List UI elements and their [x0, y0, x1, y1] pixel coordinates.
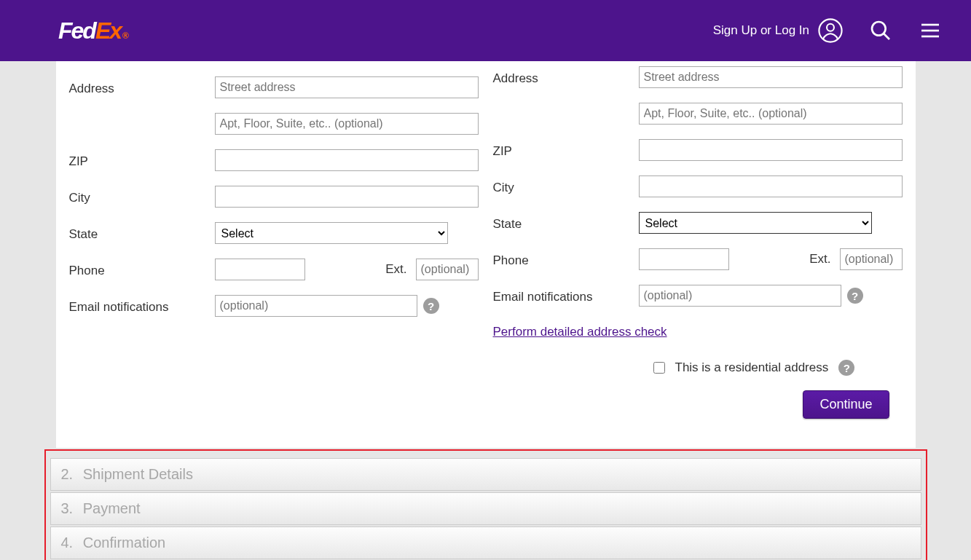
from-phone-input[interactable] — [215, 259, 305, 280]
to-city-input[interactable] — [639, 176, 903, 197]
hamburger-menu-icon[interactable] — [919, 19, 942, 42]
to-ext-label: Ext. — [809, 252, 830, 267]
to-email-label: Email notifications — [493, 287, 639, 304]
step-payment[interactable]: 3. Payment — [50, 492, 921, 525]
signin-label: Sign Up or Log In — [713, 23, 809, 38]
to-street-input[interactable] — [639, 66, 903, 88]
help-icon[interactable]: ? — [423, 298, 439, 314]
help-icon[interactable]: ? — [838, 360, 854, 376]
continue-button[interactable]: Continue — [803, 390, 889, 419]
to-zip-label: ZIP — [493, 141, 639, 159]
svg-line-3 — [884, 33, 889, 39]
shipping-form-card: Address ZIP City — [56, 61, 916, 448]
step-shipment-details[interactable]: 2. Shipment Details — [50, 458, 921, 491]
from-phone-label: Phone — [69, 261, 215, 278]
step-confirmation[interactable]: 4. Confirmation — [50, 527, 921, 559]
help-icon[interactable]: ? — [847, 288, 863, 304]
address-check-link[interactable]: Perform detailed address check — [493, 325, 667, 339]
to-phone-input[interactable] — [639, 248, 729, 270]
to-email-input[interactable] — [639, 285, 841, 307]
residential-label: This is a residential address — [675, 360, 829, 375]
header-right: Sign Up or Log In — [713, 18, 942, 43]
step-number: 4. — [61, 535, 74, 551]
to-phone-label: Phone — [493, 251, 639, 268]
from-street-input[interactable] — [215, 76, 479, 98]
from-city-input[interactable] — [215, 186, 479, 208]
step-label: Payment — [83, 500, 141, 516]
to-state-select[interactable]: Select — [639, 212, 872, 234]
step-label: Shipment Details — [83, 466, 193, 482]
fedex-logo[interactable]: FedEx® — [58, 17, 127, 44]
from-email-label: Email notifications — [69, 297, 215, 315]
from-zip-input[interactable] — [215, 149, 479, 171]
from-apt-input[interactable] — [215, 113, 479, 135]
from-ext-label: Ext. — [385, 262, 406, 277]
highlighted-steps-box: 2. Shipment Details 3. Payment 4. Confir… — [44, 449, 927, 560]
step-label: Confirmation — [83, 535, 165, 551]
from-state-label: State — [69, 224, 215, 242]
svg-point-2 — [872, 22, 886, 36]
from-city-label: City — [69, 188, 215, 205]
to-column: Address ZIP City — [493, 66, 903, 376]
from-ext-input[interactable] — [416, 259, 479, 280]
from-email-input[interactable] — [215, 295, 417, 317]
form-columns: Address ZIP City — [56, 61, 916, 376]
step-number: 2. — [61, 466, 74, 482]
from-state-select[interactable]: Select — [215, 222, 448, 244]
from-zip-label: ZIP — [69, 151, 215, 169]
to-city-label: City — [493, 178, 639, 195]
signin-link[interactable]: Sign Up or Log In — [713, 18, 843, 43]
from-address-label: Address — [69, 79, 215, 96]
from-column: Address ZIP City — [69, 66, 479, 376]
step-number: 3. — [61, 500, 74, 516]
search-icon[interactable] — [869, 19, 892, 42]
to-ext-input[interactable] — [840, 248, 903, 270]
svg-point-1 — [827, 24, 834, 31]
user-icon — [818, 18, 843, 43]
to-state-label: State — [493, 214, 639, 232]
to-zip-input[interactable] — [639, 139, 903, 161]
to-address-label: Address — [493, 68, 639, 86]
residential-checkbox[interactable] — [653, 362, 665, 374]
to-apt-input[interactable] — [639, 103, 903, 125]
site-header: FedEx® Sign Up or Log In — [0, 0, 971, 61]
